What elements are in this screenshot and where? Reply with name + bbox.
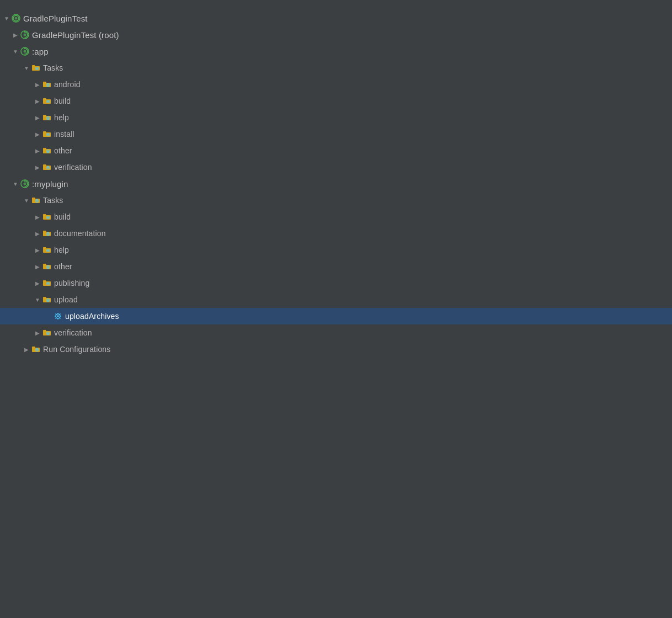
svg-point-5	[24, 34, 26, 36]
item-arrow	[33, 146, 42, 155]
item-label: other	[54, 262, 72, 271]
svg-point-61	[47, 217, 49, 218]
svg-point-10	[36, 68, 38, 69]
tree-item-myplugin-build[interactable]: build	[0, 209, 672, 225]
svg-point-46	[47, 167, 49, 168]
module-icon	[20, 46, 30, 56]
folder-gear-icon	[42, 96, 52, 106]
module-icon	[20, 179, 30, 189]
module-icon	[20, 30, 30, 40]
folder-gear-icon	[42, 295, 52, 305]
folder-gear-icon	[42, 129, 52, 139]
item-label: publishing	[54, 279, 89, 287]
item-arrow	[33, 113, 42, 122]
svg-point-85	[47, 283, 49, 284]
svg-point-40	[47, 151, 49, 152]
item-label: documentation	[54, 229, 106, 238]
tree-item-app-install[interactable]: install	[0, 126, 672, 142]
svg-point-107	[47, 333, 49, 334]
item-arrow	[33, 295, 42, 304]
item-label: android	[54, 80, 81, 89]
tree-item-app-verification[interactable]: verification	[0, 159, 672, 175]
item-label: :myplugin	[32, 179, 68, 189]
tree-root[interactable]: GradlePluginTest	[0, 10, 672, 26]
item-arrow	[33, 279, 42, 287]
svg-point-22	[47, 101, 49, 102]
gradle-tree: GradlePluginTest GradlePluginTest (root)	[0, 6, 672, 362]
svg-point-113	[36, 349, 38, 350]
svg-point-73	[47, 250, 49, 251]
tree-item-app-other[interactable]: other	[0, 142, 672, 159]
folder-gear-icon	[42, 113, 52, 122]
svg-point-28	[47, 118, 49, 119]
item-label: Tasks	[43, 196, 63, 205]
item-label: Run Configurations	[43, 345, 110, 354]
tree-item-gradle-root[interactable]: GradlePluginTest (root)	[0, 26, 672, 43]
svg-point-91	[47, 300, 49, 301]
tree-item-myplugin[interactable]: :myplugin	[0, 175, 672, 192]
item-arrow	[33, 130, 42, 138]
item-arrow	[11, 47, 20, 56]
svg-point-2	[15, 17, 18, 20]
folder-gear-icon	[42, 245, 52, 255]
item-label: GradlePluginTest (root)	[32, 30, 119, 40]
tree-item-upload-archives[interactable]: uploadArchives	[0, 308, 672, 324]
item-arrow	[33, 262, 42, 271]
tree-item-app-build[interactable]: build	[0, 93, 672, 109]
item-label: :app	[32, 47, 49, 56]
svg-line-105	[56, 318, 57, 319]
tree-item-myplugin-verification[interactable]: verification	[0, 324, 672, 341]
item-arrow	[22, 196, 31, 205]
item-arrow	[33, 246, 42, 254]
item-arrow	[33, 80, 42, 89]
item-label: upload	[54, 295, 78, 304]
tree-item-app-help[interactable]: help	[0, 109, 672, 126]
item-arrow	[33, 163, 42, 172]
folder-gear-icon	[42, 162, 52, 172]
folder-gear-icon	[31, 195, 41, 205]
tree-item-app-android[interactable]: android	[0, 76, 672, 93]
item-arrow	[22, 345, 31, 354]
folder-gear-icon	[31, 63, 41, 73]
item-arrow	[22, 63, 31, 72]
root-arrow	[2, 14, 11, 23]
tree-item-myplugin-other[interactable]: other	[0, 258, 672, 275]
svg-point-16	[47, 84, 49, 86]
item-arrow	[11, 179, 20, 188]
folder-gear-icon	[42, 262, 52, 271]
tree-item-myplugin-tasks[interactable]: Tasks	[0, 192, 672, 209]
item-arrow	[33, 328, 42, 337]
folder-gear-icon	[31, 344, 41, 354]
item-label: uploadArchives	[65, 312, 119, 321]
svg-point-53	[24, 183, 26, 185]
tree-item-myplugin-documentation[interactable]: documentation	[0, 225, 672, 242]
item-arrow	[33, 97, 42, 105]
item-label: build	[54, 97, 71, 105]
svg-point-79	[47, 267, 49, 268]
item-label: other	[54, 146, 72, 155]
svg-line-104	[60, 314, 61, 315]
svg-point-55	[36, 200, 38, 201]
folder-gear-icon	[42, 79, 52, 89]
tree-item-app-tasks[interactable]: Tasks	[0, 60, 672, 76]
tree-item-myplugin-publishing[interactable]: publishing	[0, 275, 672, 291]
root-label: GradlePluginTest	[23, 14, 88, 23]
tree-item-run-configurations[interactable]: Run Configurations	[0, 341, 672, 358]
tree-item-myplugin-help[interactable]: help	[0, 242, 672, 258]
item-label: help	[54, 246, 69, 254]
tree-item-myplugin-upload[interactable]: upload	[0, 291, 672, 308]
folder-gear-icon	[42, 146, 52, 156]
item-label: build	[54, 212, 71, 221]
folder-gear-icon	[42, 228, 52, 238]
folder-gear-icon	[42, 328, 52, 338]
tree-item-app[interactable]: :app	[0, 43, 672, 60]
item-label: Tasks	[43, 63, 63, 72]
svg-point-8	[24, 50, 26, 53]
folder-gear-icon	[42, 212, 52, 222]
svg-point-34	[47, 134, 49, 135]
item-arrow	[44, 312, 53, 321]
item-arrow	[33, 229, 42, 238]
svg-line-103	[60, 318, 61, 319]
gear-icon	[53, 311, 63, 321]
svg-line-102	[56, 314, 57, 315]
